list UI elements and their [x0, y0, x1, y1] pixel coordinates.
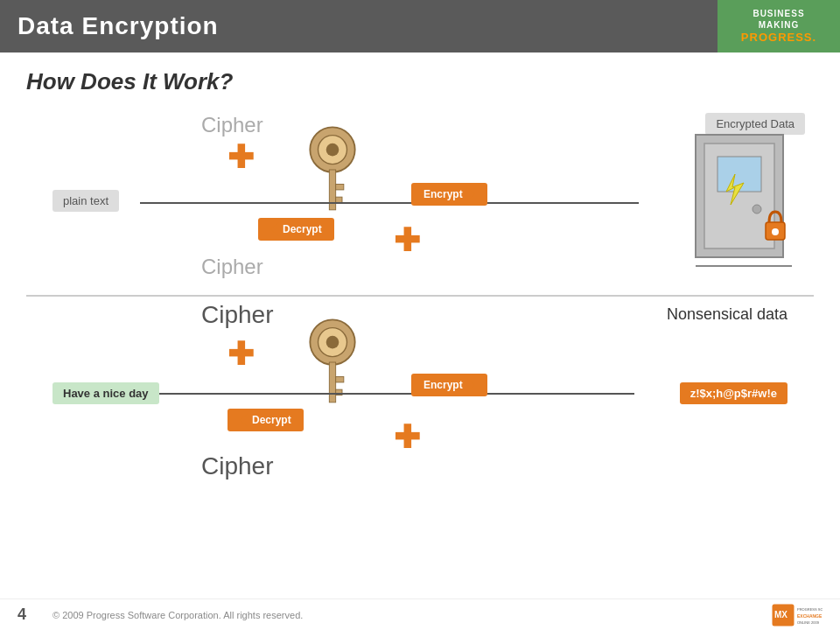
top-section: Cipher ✚ Encrypt Dec — [26, 104, 814, 297]
cipher-top-label: Cipher — [201, 113, 263, 137]
encrypted-text-label: z!$x;h@p$r#w!e — [680, 382, 788, 404]
svg-point-15 — [326, 336, 340, 349]
footer: 4 © 2009 Progress Software Corporation. … — [0, 598, 840, 630]
svg-point-9 — [752, 205, 761, 214]
plus-icon-top: ✚ — [228, 139, 254, 176]
plain-text-label: plain text — [52, 190, 119, 212]
cipher-bottom-top-label: Cipher — [201, 301, 273, 329]
decrypt-button-top[interactable]: Decrypt — [258, 218, 334, 241]
key-icon-bottom — [289, 314, 376, 414]
svg-text:ONLINE 2009: ONLINE 2009 — [797, 620, 820, 625]
encrypt-button-top[interactable]: Encrypt — [411, 183, 487, 206]
svg-text:MX: MX — [774, 609, 788, 619]
svg-text:EXCHANGE: EXCHANGE — [797, 612, 822, 618]
main-content: How Does It Work? Cipher ✚ — [0, 52, 840, 498]
encrypt-button-bottom[interactable]: Encrypt — [411, 374, 487, 396]
copyright: © 2009 Progress Software Corporation. Al… — [52, 610, 770, 620]
logo-text: BUSINESS MAKING PROGRESS. — [741, 8, 816, 46]
cipher-bottom-bottom-label: Cipher — [201, 452, 273, 480]
svg-rect-16 — [329, 362, 335, 402]
door-icon — [687, 130, 801, 262]
svg-point-11 — [772, 228, 779, 235]
h-line-top — [140, 202, 639, 204]
plus-icon-b-top: ✚ — [228, 336, 254, 373]
decrypt-button-bottom[interactable]: Decrypt — [228, 409, 304, 431]
have-nice-day-label: Have a nice day — [52, 382, 159, 404]
cipher-bottom-label: Cipher — [201, 255, 263, 279]
subtitle: How Does It Work? — [26, 68, 814, 95]
key-icon-top — [289, 122, 376, 221]
bottom-section: Cipher ✚ Encrypt Decrypt ✚ Ciph — [26, 297, 814, 489]
nonsensical-data-label: Nonsensical data — [667, 305, 788, 324]
plus-icon-b-bottom: ✚ — [394, 419, 420, 456]
header: Data Encryption BUSINESS MAKING PROGRESS… — [0, 0, 840, 52]
page-title: Data Encryption — [18, 12, 219, 40]
svg-point-2 — [326, 144, 340, 157]
plus-icon-bottom-top: ✚ — [394, 222, 420, 259]
footer-logo: MX PROGRESS SOFTWARE EXCHANGE ONLINE 200… — [770, 602, 822, 628]
svg-rect-17 — [336, 377, 344, 382]
svg-text:PROGRESS SOFTWARE: PROGRESS SOFTWARE — [797, 607, 822, 612]
page-number: 4 — [18, 606, 26, 624]
svg-rect-4 — [336, 185, 344, 190]
logo-area: BUSINESS MAKING PROGRESS. — [718, 0, 840, 52]
